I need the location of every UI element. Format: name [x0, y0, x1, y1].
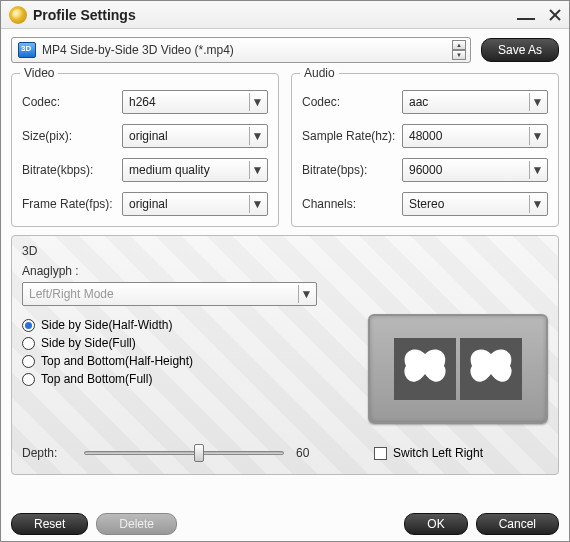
audio-bitrate-label: Bitrate(bps): — [302, 163, 402, 177]
profile-settings-window: Profile Settings MP4 Side-by-Side 3D Vid… — [0, 0, 570, 542]
reset-button[interactable]: Reset — [11, 513, 88, 535]
switch-lr-checkbox[interactable]: Switch Left Right — [374, 446, 483, 460]
close-icon — [549, 9, 561, 21]
video-codec-combo[interactable]: h264▼ — [122, 90, 268, 114]
video-codec-label: Codec: — [22, 95, 122, 109]
video-framerate-label: Frame Rate(fps): — [22, 197, 122, 211]
video-legend: Video — [20, 66, 58, 80]
chevron-down-icon: ▼ — [249, 127, 265, 145]
ok-button[interactable]: OK — [404, 513, 467, 535]
chevron-down-icon: ▼ — [529, 195, 545, 213]
video-bitrate-combo[interactable]: medium quality▼ — [122, 158, 268, 182]
depth-label: Depth: — [22, 446, 72, 460]
butterfly-right-icon — [460, 338, 522, 400]
audio-samplerate-combo[interactable]: 48000▼ — [402, 124, 548, 148]
radio-dot-icon — [22, 337, 35, 350]
footer: Reset Delete OK Cancel — [1, 513, 569, 535]
title-bar: Profile Settings — [1, 1, 569, 29]
chevron-down-icon: ▼ — [529, 93, 545, 111]
radio-dot-icon — [22, 373, 35, 386]
depth-value: 60 — [296, 446, 332, 460]
slider-thumb[interactable] — [194, 444, 204, 462]
save-as-button[interactable]: Save As — [481, 38, 559, 62]
video-bitrate-label: Bitrate(kbps): — [22, 163, 122, 177]
checkbox-icon — [374, 447, 387, 460]
3d-legend: 3D — [22, 244, 548, 258]
close-button[interactable] — [549, 9, 561, 21]
minimize-button[interactable] — [517, 18, 535, 20]
profile-3d-icon — [18, 42, 36, 58]
profile-select-value: MP4 Side-by-Side 3D Video (*.mp4) — [42, 43, 452, 57]
3d-mode-radios: Side by Side(Half-Width) Side by Side(Fu… — [22, 314, 348, 424]
video-size-label: Size(pix): — [22, 129, 122, 143]
audio-samplerate-label: Sample Rate(hz): — [302, 129, 402, 143]
video-group: Video Codec: h264▼ Size(pix): original▼ … — [11, 73, 279, 227]
cancel-button[interactable]: Cancel — [476, 513, 559, 535]
audio-codec-combo[interactable]: aac▼ — [402, 90, 548, 114]
radio-sbs-full[interactable]: Side by Side(Full) — [22, 336, 348, 350]
chevron-down-icon: ▼ — [298, 285, 314, 303]
radio-dot-icon — [22, 319, 35, 332]
anaglyph-label: Anaglyph : — [22, 264, 548, 278]
audio-codec-label: Codec: — [302, 95, 402, 109]
radio-tab-full[interactable]: Top and Bottom(Full) — [22, 372, 348, 386]
butterfly-left-icon — [394, 338, 456, 400]
window-title: Profile Settings — [33, 7, 517, 23]
chevron-down-icon: ▼ — [249, 93, 265, 111]
chevron-down-icon: ▼ — [249, 161, 265, 179]
anaglyph-combo[interactable]: Left/Right Mode▼ — [22, 282, 317, 306]
radio-tab-half[interactable]: Top and Bottom(Half-Height) — [22, 354, 348, 368]
chevron-down-icon: ▼ — [529, 127, 545, 145]
chevron-down-icon: ▼ — [249, 195, 265, 213]
profile-spin[interactable]: ▲▼ — [452, 40, 466, 60]
3d-preview — [368, 314, 548, 424]
chevron-down-icon: ▼ — [529, 161, 545, 179]
radio-sbs-half[interactable]: Side by Side(Half-Width) — [22, 318, 348, 332]
video-size-combo[interactable]: original▼ — [122, 124, 268, 148]
3d-group: 3D Anaglyph : Left/Right Mode▼ Side by S… — [11, 235, 559, 475]
depth-slider[interactable] — [84, 451, 284, 455]
radio-dot-icon — [22, 355, 35, 368]
audio-channels-label: Channels: — [302, 197, 402, 211]
audio-group: Audio Codec: aac▼ Sample Rate(hz): 48000… — [291, 73, 559, 227]
delete-button: Delete — [96, 513, 177, 535]
audio-channels-combo[interactable]: Stereo▼ — [402, 192, 548, 216]
audio-legend: Audio — [300, 66, 339, 80]
profile-select[interactable]: MP4 Side-by-Side 3D Video (*.mp4) ▲▼ — [11, 37, 471, 63]
video-framerate-combo[interactable]: original▼ — [122, 192, 268, 216]
app-icon — [9, 6, 27, 24]
audio-bitrate-combo[interactable]: 96000▼ — [402, 158, 548, 182]
